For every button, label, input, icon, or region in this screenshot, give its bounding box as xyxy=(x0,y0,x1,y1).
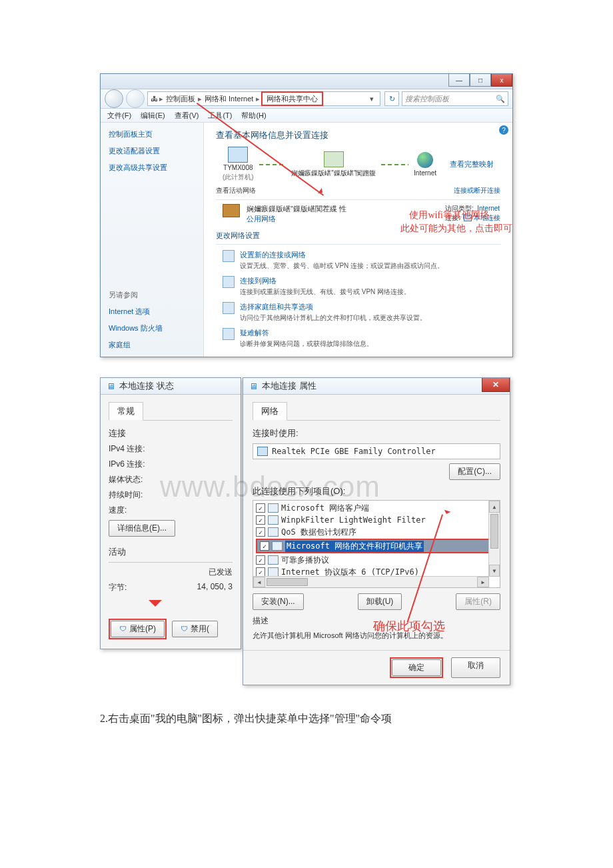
list-item[interactable]: ✓可靠多播协议 xyxy=(253,554,500,566)
properties-button[interactable]: 属性(P) xyxy=(111,621,165,637)
sidebar-change-adapter[interactable]: 更改适配器设置 xyxy=(109,146,195,156)
prop-titlebar[interactable]: 🖥 本地连接 属性 xyxy=(243,378,510,395)
list-item[interactable]: ✓Microsoft 网络的文件和打印机共享 xyxy=(257,540,496,552)
breadcrumb-bar[interactable]: 🖧 ▸ 控制面板 ▸ 网络和 Internet ▸ 网络和共享中心 ▾ xyxy=(147,91,380,106)
sidebar-internet-options[interactable]: Internet 选项 xyxy=(109,307,195,317)
search-input[interactable]: 搜索控制面板 🔍 xyxy=(402,91,508,106)
menu-edit[interactable]: 编辑(E) xyxy=(141,111,165,121)
tab-general[interactable]: 常规 xyxy=(109,402,143,421)
breadcrumb-network-internet[interactable]: 网络和 Internet xyxy=(205,94,253,104)
connect-icon xyxy=(223,276,235,288)
disable-button[interactable]: 禁用( xyxy=(172,621,218,637)
main-heading: 查看基本网络信息并设置连接 xyxy=(216,129,500,141)
list-item[interactable]: ✓QoS 数据包计划程序 xyxy=(253,526,500,538)
bench-icon xyxy=(223,204,240,217)
menu-help[interactable]: 帮助(H) xyxy=(241,111,266,121)
configure-button[interactable]: 配置(C)... xyxy=(449,463,500,480)
list-item[interactable]: ✓Microsoft 网络客户端 xyxy=(253,502,500,514)
breadcrumb-network-sharing-center[interactable]: 网络和共享中心 xyxy=(267,94,318,104)
list-horizontal-scrollbar[interactable]: ◀ ▶ xyxy=(253,576,489,587)
sidebar-advanced-sharing[interactable]: 更改高级共享设置 xyxy=(109,163,195,173)
nav-forward-button[interactable] xyxy=(126,89,145,108)
hscroll-thumb[interactable] xyxy=(267,578,308,586)
label-connect-using: 连接时使用: xyxy=(253,427,500,439)
install-button[interactable]: 安装(N)... xyxy=(253,593,304,610)
link-connect-disconnect[interactable]: 连接或断开连接 xyxy=(454,186,500,195)
main-panel: 查看基本网络信息并设置连接 TYMX008 (此计算机) 娴嬭瘯鏁版嵁"鏁版嵁"… xyxy=(204,123,512,357)
annotation-text-3: 确保此项勾选 xyxy=(373,618,445,634)
scroll-up-button[interactable]: ▲ xyxy=(489,501,500,513)
network-icon xyxy=(324,151,344,167)
task-troubleshoot[interactable]: 疑难解答诊断并修复网络问题，或获得故障排除信息。 xyxy=(223,328,500,349)
item-properties-button[interactable]: 属性(R) xyxy=(456,593,500,610)
sidebar-see-also: 另请参阅 xyxy=(109,290,195,300)
task-homegroup-sharing[interactable]: 选择家庭组和共享选项访问位于其他网络计算机上的文件和打印机，或更改共享设置。 xyxy=(223,302,500,323)
menu-view[interactable]: 查看(V) xyxy=(175,111,199,121)
breadcrumb-icon: 🖧 xyxy=(151,95,158,103)
scroll-down-button[interactable]: ▼ xyxy=(489,565,500,577)
breadcrumb-dropdown[interactable]: ▾ xyxy=(366,95,377,103)
adapter-field: Realtek PCIe GBE Family Controller xyxy=(253,443,500,459)
ok-button[interactable]: 确定 xyxy=(392,659,441,676)
address-toolbar: 🖧 ▸ 控制面板 ▸ 网络和 Internet ▸ 网络和共享中心 ▾ ↻ 搜索… xyxy=(101,89,512,109)
active-networks-label: 查看活动网络 xyxy=(216,186,256,195)
connection-status-dialog: 🖥 本地连接 状态 常规 连接 IPv4 连接: IPv6 连接: 媒体状态: … xyxy=(100,377,241,649)
dialog-close-button[interactable]: ✕ xyxy=(482,378,510,392)
cancel-button[interactable]: 取消 xyxy=(451,657,500,678)
component-icon xyxy=(268,527,279,537)
window-minimize-button[interactable]: — xyxy=(448,74,470,87)
breadcrumb-control-panel[interactable]: 控制面板 xyxy=(166,94,195,104)
status-titlebar[interactable]: 🖥 本地连接 状态 xyxy=(101,378,241,395)
network-type-link[interactable]: 公用网络 xyxy=(247,215,276,223)
list-vertical-scrollbar[interactable]: ▲ ▼ xyxy=(488,501,500,577)
window-titlebar[interactable]: — □ x xyxy=(101,74,512,89)
list-item[interactable]: ✓WinpkFilter LightWeight Filter xyxy=(253,514,500,526)
nav-back-button[interactable] xyxy=(105,89,123,108)
list-item-label: Microsoft 网络的文件和打印机共享 xyxy=(285,541,424,552)
uninstall-button[interactable]: 卸载(U) xyxy=(358,593,402,610)
search-icon[interactable]: 🔍 xyxy=(496,95,505,103)
scroll-right-button[interactable]: ▶ xyxy=(477,577,489,587)
task-new-connection[interactable]: 设置新的连接或网络设置无线、宽带、拨号、临时或 VPN 连接；或设置路由器或访问… xyxy=(223,250,500,271)
list-item-label: WinpkFilter LightWeight Filter xyxy=(281,515,426,525)
breadcrumb-current-highlight: 网络和共享中心 xyxy=(261,91,323,106)
window-maximize-button[interactable]: □ xyxy=(470,74,491,87)
checkbox-icon[interactable]: ✓ xyxy=(256,503,265,513)
sidebar: 控制面板主页 更改适配器设置 更改高级共享设置 另请参阅 Internet 选项… xyxy=(101,123,204,357)
refresh-button[interactable]: ↻ xyxy=(384,91,399,106)
window-close-button[interactable]: x xyxy=(491,74,512,87)
sidebar-homegroup[interactable]: 家庭组 xyxy=(109,340,195,350)
prop-title: 本地连接 属性 xyxy=(262,380,316,392)
menu-file[interactable]: 文件(F) xyxy=(107,111,131,121)
details-button[interactable]: 详细信息(E)... xyxy=(109,520,175,537)
label-speed: 速度: xyxy=(109,505,127,516)
component-icon xyxy=(268,503,279,513)
sidebar-home[interactable]: 控制面板主页 xyxy=(109,129,195,139)
scroll-left-button[interactable]: ◀ xyxy=(253,577,265,587)
checkbox-icon[interactable]: ✓ xyxy=(256,567,265,577)
tab-network[interactable]: 网络 xyxy=(253,402,287,421)
task-connect-network[interactable]: 连接到网络连接到或重新连接到无线、有线、拨号或 VPN 网络连接。 xyxy=(223,276,500,297)
node-internet: Internet xyxy=(414,152,436,177)
network-sharing-center-window: — □ x 🖧 ▸ 控制面板 ▸ 网络和 Internet ▸ 网络和共享中心 … xyxy=(100,73,513,357)
checkbox-icon[interactable]: ✓ xyxy=(256,527,265,537)
component-list[interactable]: ✓Microsoft 网络客户端✓WinpkFilter LightWeight… xyxy=(253,500,500,588)
search-placeholder: 搜索控制面板 xyxy=(405,94,449,104)
sidebar-windows-firewall[interactable]: Windows 防火墙 xyxy=(109,323,195,333)
component-icon xyxy=(268,567,279,577)
annotation-text-1: 使用wifi等其他网络， xyxy=(409,209,499,221)
globe-icon xyxy=(417,152,433,168)
checkbox-icon[interactable]: ✓ xyxy=(260,541,269,551)
scroll-thumb[interactable] xyxy=(490,514,498,549)
checkbox-icon[interactable]: ✓ xyxy=(256,555,265,565)
checkbox-icon[interactable]: ✓ xyxy=(256,515,265,525)
highlight-properties: 属性(P) xyxy=(109,619,167,639)
label-duration: 持续时间: xyxy=(109,489,143,501)
monitor-icon: 🖥 xyxy=(249,381,258,391)
step-caption: 2.右击桌面"我的电脑"图标，弹出快捷菜单中选择"管理"命令项 xyxy=(100,712,513,726)
menu-bar: 文件(F) 编辑(E) 查看(V) 工具(T) 帮助(H) xyxy=(101,109,512,123)
link-full-map[interactable]: 查看完整映射 xyxy=(450,159,494,169)
label-ipv6: IPv6 连接: xyxy=(109,459,145,470)
dialog-footer: 确定 取消 xyxy=(243,650,510,685)
component-icon xyxy=(268,515,279,525)
